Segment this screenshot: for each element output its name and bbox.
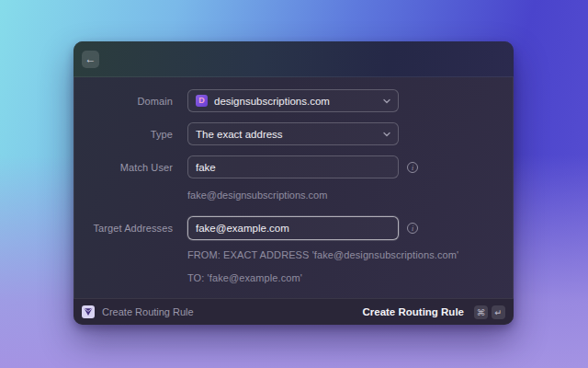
rule-from-line: FROM: EXACT ADDRESS 'fake@designsubscrip… (187, 249, 514, 260)
target-addresses-input[interactable] (187, 216, 399, 240)
match-user-helper-text: fake@designsubscriptions.com (187, 190, 327, 201)
action-bar-right: Create Routing Rule ⌘ ↵ (362, 305, 505, 319)
domain-favicon-icon: D (196, 95, 208, 107)
back-button[interactable]: ← (82, 51, 99, 68)
match-user-label: Match User (74, 162, 173, 173)
command-key-icon: ⌘ (474, 305, 488, 319)
action-bar: Create Routing Rule Create Routing Rule … (74, 298, 514, 325)
type-select[interactable]: The exact address (187, 122, 399, 145)
type-select-value: The exact address (196, 129, 283, 140)
chevron-down-icon (382, 97, 391, 106)
info-icon[interactable]: i (407, 223, 418, 234)
match-user-row: Match User i (74, 155, 514, 178)
rule-to-line: TO: 'fake@example.com' (187, 272, 514, 283)
back-arrow-icon: ← (85, 52, 96, 65)
extension-logo-icon (82, 305, 95, 318)
match-user-input[interactable] (187, 155, 399, 178)
titlebar: ← (74, 41, 514, 77)
target-addresses-row: Target Addresses i (74, 216, 514, 240)
primary-action-button[interactable]: Create Routing Rule (362, 306, 464, 317)
enter-key-icon: ↵ (492, 305, 505, 319)
target-addresses-label: Target Addresses (74, 223, 173, 234)
info-icon[interactable]: i (407, 162, 418, 173)
chevron-down-icon (382, 130, 391, 139)
type-row: Type The exact address (74, 122, 514, 145)
domain-row: Domain D designsubscriptions.com (74, 89, 514, 112)
type-label: Type (74, 129, 173, 140)
routing-rule-window: ← Domain D designsubscriptions.com Type … (74, 41, 514, 325)
domain-select-value: designsubscriptions.com (214, 96, 330, 107)
match-user-helper-row: fake@designsubscriptions.com (187, 186, 514, 202)
domain-select[interactable]: D designsubscriptions.com (187, 89, 399, 112)
action-bar-left: Create Routing Rule (82, 305, 362, 318)
domain-label: Domain (74, 96, 173, 107)
extension-name: Create Routing Rule (102, 306, 194, 317)
create-routing-rule-form: Domain D designsubscriptions.com Type Th… (74, 77, 514, 283)
